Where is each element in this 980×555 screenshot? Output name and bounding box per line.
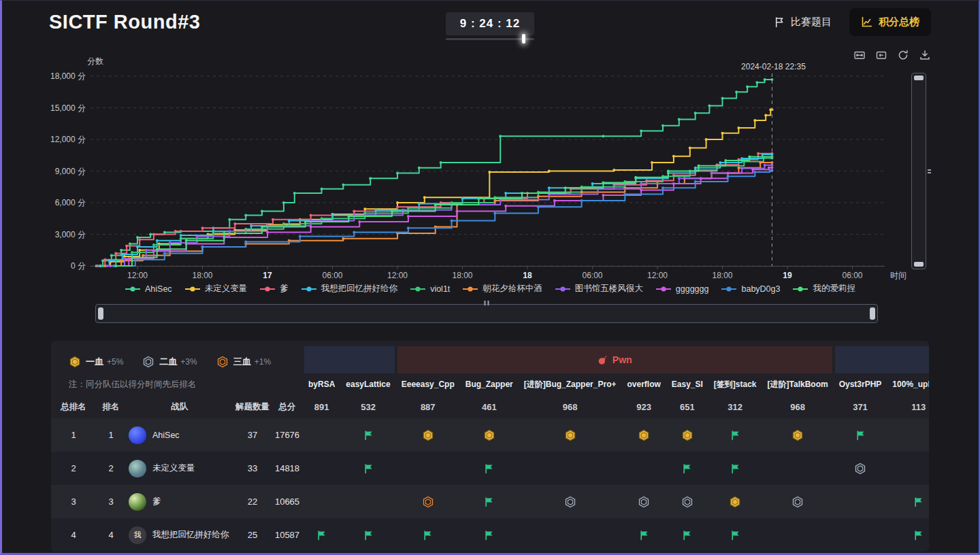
solved-flag-icon <box>423 530 433 541</box>
category-unlabeled <box>834 346 929 373</box>
solve-cell <box>708 485 762 518</box>
third-blood-icon <box>422 496 434 508</box>
x-axis-tick-label: 17 <box>263 271 272 280</box>
column-header: 总排名 <box>51 401 96 413</box>
solve-cell <box>887 485 929 518</box>
blood-label: 一血 <box>86 356 103 368</box>
challenge-name[interactable]: [进阶]Bug_Zapper_Pro+ <box>519 373 622 395</box>
legend-item[interactable]: 我想把回忆拼好给你 <box>301 283 398 295</box>
challenge-points: 887 <box>396 395 460 418</box>
second-blood-icon <box>638 496 650 508</box>
solved-flag-icon <box>639 530 649 541</box>
x-axis-tick-label: 06:00 <box>842 271 862 280</box>
solve-cell <box>460 452 519 485</box>
download-icon[interactable] <box>919 49 931 61</box>
table-row[interactable]: 11AhiSec3717676 <box>51 418 303 452</box>
blood-bonus: +3% <box>180 357 197 367</box>
solved-count: 25 <box>233 530 272 540</box>
blood-label: 三血 <box>233 356 251 368</box>
legend-item[interactable]: viol1t <box>410 284 450 294</box>
table-row[interactable]: 22未定义变量3314818 <box>51 452 303 485</box>
solved-flag-icon <box>682 530 692 541</box>
total-score: 10587 <box>272 530 303 540</box>
legend-team-name: viol1t <box>430 284 450 294</box>
zoom-restore-icon[interactable] <box>875 49 887 61</box>
app-header: SICTF Round#3 9 : 24 : 12 比赛题目 积分总榜 <box>0 0 980 44</box>
solved-count: 37 <box>233 430 272 440</box>
legend-item[interactable]: 朝花夕拾杯中酒 <box>462 283 542 295</box>
empty-cell <box>396 452 460 485</box>
solve-cell <box>666 518 708 552</box>
challenge-table: PwnbyRSAeasyLatticeEeeeasy_CppBug_Zapper… <box>303 346 929 418</box>
page-title: SICTF Round#3 <box>49 11 200 33</box>
x-datazoom-handle-left[interactable] <box>98 307 103 320</box>
challenge-name[interactable]: Bug_Zapper <box>460 373 519 395</box>
empty-cell <box>303 452 340 485</box>
solve-cell <box>396 518 460 552</box>
team-cell: 我我想把回忆拼好给你 <box>126 526 233 544</box>
solved-flag-icon <box>682 463 692 474</box>
x-axis-tick-label: 12:00 <box>647 271 668 280</box>
challenge-points: 113 <box>887 395 929 418</box>
score-chart-section: 0 分3,000 分6,000 分9,000 分12,000 分15,000 分… <box>0 44 980 323</box>
challenge-name[interactable]: [进阶]TalkBoom <box>762 373 834 395</box>
challenge-points: 461 <box>460 395 519 418</box>
legend-item[interactable]: 未定义变量 <box>184 283 248 295</box>
scoreboard-header-left: 一血+5%二血+3%三血+1% 注：同分队伍以得分时间先后排名 总排名排名战队解… <box>51 346 303 418</box>
y-axis-tick-label: 18,000 分 <box>50 71 86 81</box>
legend-team-name: 未定义变量 <box>205 283 248 295</box>
solve-cell <box>519 485 622 518</box>
table-row[interactable]: 33爹2210665 <box>51 485 303 518</box>
legend-item[interactable]: AhiSec <box>125 284 172 294</box>
scoreboard-header: 一血+5%二血+3%三血+1% 注：同分队伍以得分时间先后排名 总排名排名战队解… <box>51 346 929 418</box>
timer-slider-handle[interactable] <box>522 34 525 44</box>
challenge-name[interactable]: Easy_SI <box>666 373 708 395</box>
challenge-name[interactable]: Oyst3rPHP <box>834 373 887 395</box>
legend-marker-icon <box>555 286 571 292</box>
legend-item[interactable]: 我的爱莉捏 <box>792 283 855 295</box>
x-datazoom-handle-right[interactable] <box>870 307 875 320</box>
zoom-select-icon[interactable] <box>853 49 866 61</box>
challenge-name[interactable]: [签到]stack <box>708 373 762 395</box>
solved-count: 33 <box>233 463 272 473</box>
timer-track[interactable] <box>446 38 534 40</box>
x-datazoom-grip[interactable] <box>485 301 489 305</box>
nav-challenges[interactable]: 比赛题目 <box>774 16 832 29</box>
challenge-name[interactable]: byRSA <box>303 373 340 395</box>
first-blood-icon <box>729 496 741 508</box>
nav-scoreboard[interactable]: 积分总榜 <box>849 8 931 36</box>
blood-bonus: +1% <box>255 357 271 367</box>
legend-item[interactable]: 爹 <box>259 283 289 295</box>
legend-item[interactable]: ggggggg <box>655 284 709 294</box>
empty-cell <box>762 518 834 552</box>
team-avatar <box>129 426 146 444</box>
legend-team-name: 我的爱莉捏 <box>813 283 855 295</box>
category-label: Pwn <box>612 354 632 365</box>
solve-cell <box>519 418 622 452</box>
challenge-name[interactable]: Eeeeasy_Cpp <box>396 373 460 395</box>
empty-cell <box>834 485 887 518</box>
challenge-name[interactable]: 100%_upload <box>887 373 929 395</box>
solved-flag-icon <box>363 530 374 541</box>
team-name: 爹 <box>152 496 161 507</box>
solved-flag-icon <box>363 430 374 441</box>
empty-cell <box>303 485 340 518</box>
solve-table <box>303 418 929 552</box>
legend-item[interactable]: babyD0g3 <box>721 284 780 294</box>
legend-item[interactable]: 图书馆五楼风很大 <box>555 283 643 295</box>
table-row[interactable]: 44我我想把回忆拼好给你2510587 <box>51 518 303 552</box>
y-datazoom-slider[interactable] <box>911 73 926 269</box>
team-rows: 11AhiSec371767622未定义变量331481833爹22106654… <box>51 418 303 552</box>
solved-flag-icon <box>484 463 494 474</box>
legend-marker-icon <box>655 286 672 292</box>
total-rank: 4 <box>51 530 96 540</box>
y-datazoom-handle-top[interactable] <box>914 75 924 80</box>
y-datazoom-handle-bottom[interactable] <box>914 262 924 267</box>
challenge-name[interactable]: overflow <box>621 373 666 395</box>
legend-marker-icon <box>792 286 808 292</box>
y-datazoom-grip[interactable] <box>928 169 931 173</box>
x-datazoom-slider[interactable] <box>95 304 878 323</box>
refresh-icon[interactable] <box>897 49 909 61</box>
legend-team-name: babyD0g3 <box>741 284 780 294</box>
challenge-name[interactable]: easyLattice <box>340 373 395 395</box>
